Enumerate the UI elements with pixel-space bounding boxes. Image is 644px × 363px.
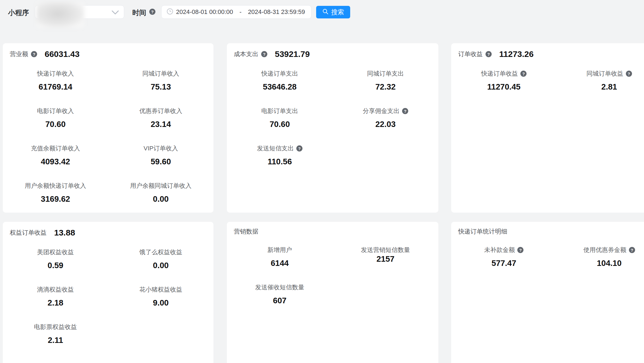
card-help-icon[interactable]: ? (31, 51, 37, 57)
stat-label: 用户余额快递订单收入 (25, 182, 86, 189)
stat-item: 饿了么权益收益 0.00 (139, 249, 182, 270)
search-icon (322, 8, 328, 16)
stat-item: 发送催收短信数量 607 (255, 284, 304, 305)
stat-value: 110.56 (257, 157, 302, 166)
stat-label-row: 饿了么权益收益 (139, 249, 182, 256)
stat-value: 22.03 (363, 119, 408, 129)
stat-item: 充值余额订单收入 4093.42 (31, 145, 80, 166)
stat-label-row: 发送短信支出 ? (257, 145, 302, 152)
stat-label: 同城订单收入 (142, 70, 179, 77)
stat-label: 同城订单收益 (587, 70, 623, 77)
stat-card: 快递订单统计明细 未补款金额 ? 577.47 使用优惠券金额 ? 104.10 (451, 222, 644, 363)
stat-value: 577.47 (484, 258, 523, 268)
card-stats: 快递订单收入 61769.14 同城订单收入 75.13 电影订单收入 70.6… (3, 70, 213, 204)
stat-card: 营销数据 新增用户 6144 发送营销短信数量 2157 发送催收短信数量 60… (227, 222, 438, 363)
card-header: 成本支出 ? 53921.79 (227, 43, 438, 59)
stat-value: 607 (255, 296, 304, 305)
date-range-separator: - (239, 8, 241, 16)
stat-item: 新增用户 6144 (268, 246, 292, 268)
stat-card: 权益订单收益 13.88 美团权益收益 0.59 饿了么权益收益 0.00 滴滴… (3, 222, 213, 363)
stat-label-row: VIP订单收入 (144, 145, 178, 152)
stat-label: 快递订单收入 (37, 70, 74, 77)
stat-label: 美团权益收益 (37, 249, 74, 256)
stat-label: 快递订单支出 (261, 70, 298, 77)
stat-value: 0.00 (139, 261, 182, 270)
stat-value: 0.59 (37, 261, 74, 270)
stat-label-row: 发送催收短信数量 (255, 284, 304, 291)
stat-value: 2.18 (37, 298, 74, 307)
card-help-icon[interactable]: ? (261, 51, 267, 57)
stat-item: 使用优惠券金额 ? 104.10 (583, 246, 635, 268)
stat-label-row: 充值余额订单收入 (31, 145, 80, 152)
stat-label-row: 新增用户 (268, 246, 292, 254)
stat-card: 营业额 ? 66031.43 快递订单收入 61769.14 同城订单收入 75… (3, 43, 213, 213)
stat-label: 发送短信支出 (257, 145, 294, 152)
card-header: 营销数据 (227, 222, 438, 235)
stat-item: 快递订单收入 61769.14 (37, 70, 74, 92)
filter-toolbar: 小程序 时间 ? 2024-08-01 00:00:00 - 2024-08-3… (0, 0, 644, 31)
stat-item: 滴滴权益收益 2.18 (37, 286, 74, 307)
stat-label-row: 发送营销短信数量 (361, 246, 410, 254)
stat-value: 6144 (268, 258, 292, 268)
stat-label: 用户余额同城订单收入 (130, 182, 191, 189)
stat-label-row: 美团权益收益 (37, 249, 74, 256)
card-total-value: 66031.43 (45, 49, 80, 59)
stat-label: 充值余额订单收入 (31, 145, 80, 152)
stat-label: 滴滴权益收益 (37, 286, 74, 293)
stat-value: 59.60 (144, 157, 178, 166)
stat-label: 电影订单支出 (261, 107, 298, 115)
card-title: 营业额 (10, 51, 28, 58)
stat-value: 11270.45 (481, 82, 527, 92)
stat-help-icon[interactable]: ? (517, 247, 523, 253)
stat-value: 2157 (361, 254, 410, 264)
time-help-icon[interactable]: ? (149, 9, 155, 15)
stat-label-row: 快递订单支出 (261, 70, 298, 77)
stat-item: VIP订单收入 59.60 (144, 145, 178, 166)
stat-label: 未补款金额 (484, 246, 515, 254)
card-title: 成本支出 (234, 51, 258, 58)
stat-value: 4093.42 (31, 157, 80, 166)
redacted-select-value (36, 2, 84, 28)
stat-label: 花小猪权益收益 (139, 286, 182, 293)
stat-label: 发送催收短信数量 (255, 284, 304, 291)
stat-label-row: 用户余额快递订单收入 (25, 182, 86, 189)
mini-program-select[interactable] (35, 5, 124, 19)
stat-item: 发送营销短信数量 2157 (361, 246, 410, 268)
date-range-start: 2024-08-01 00:00:00 (176, 8, 233, 16)
stat-label-row: 分享佣金支出 ? (363, 107, 408, 115)
stat-card: 成本支出 ? 53921.79 快递订单支出 53646.28 同城订单支出 7… (227, 43, 438, 213)
stat-help-icon[interactable]: ? (520, 71, 527, 77)
stat-item: 优惠券订单收入 23.14 (139, 107, 182, 129)
card-stats: 美团权益收益 0.59 饿了么权益收益 0.00 滴滴权益收益 2.18 花小猪… (3, 249, 213, 345)
stat-value: 75.13 (142, 82, 179, 92)
stat-label: VIP订单收入 (144, 145, 178, 152)
stat-help-icon[interactable]: ? (629, 247, 635, 253)
stat-item: 同城订单收益 ? 2.81 (587, 70, 632, 92)
stat-item: 快递订单收益 ? 11270.45 (481, 70, 527, 92)
stat-help-icon[interactable]: ? (626, 71, 632, 77)
clock-icon (167, 8, 173, 16)
chevron-down-icon (112, 10, 119, 16)
stat-item: 用户余额同城订单收入 0.00 (130, 182, 191, 204)
stat-label: 发送营销短信数量 (361, 246, 410, 254)
stat-value: 23.14 (139, 119, 182, 129)
stat-value: 61769.14 (37, 82, 74, 92)
stat-item: 快递订单支出 53646.28 (261, 70, 298, 92)
stat-label: 使用优惠券金额 (583, 246, 626, 254)
mini-program-label: 小程序 (8, 8, 29, 17)
stat-label-row: 电影订单支出 (261, 107, 298, 115)
search-button-label: 搜索 (331, 8, 344, 16)
stat-help-icon[interactable]: ? (402, 108, 408, 114)
stat-value: 3169.62 (25, 194, 86, 204)
stat-label: 同城订单支出 (367, 70, 404, 77)
stat-label-row: 同城订单收益 ? (587, 70, 632, 77)
stat-item: 同城订单收入 75.13 (142, 70, 179, 92)
stat-value: 0.00 (130, 194, 191, 204)
date-range-input[interactable]: 2024-08-01 00:00:00 - 2024-08-31 23:59:5… (161, 5, 311, 19)
card-title: 权益订单收益 (10, 229, 47, 236)
stat-help-icon[interactable]: ? (296, 145, 302, 152)
card-header: 快递订单统计明细 (451, 222, 644, 235)
stat-item: 同城订单支出 72.32 (367, 70, 404, 92)
card-help-icon[interactable]: ? (486, 51, 492, 57)
search-button[interactable]: 搜索 (316, 6, 350, 18)
